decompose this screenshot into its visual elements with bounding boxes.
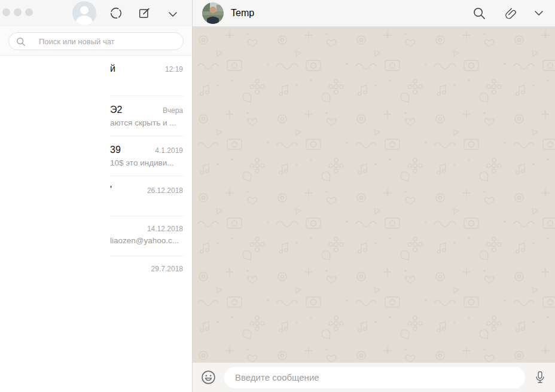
chat-wallpaper (193, 27, 555, 363)
search-icon (473, 7, 486, 20)
search-in-chat-button[interactable] (473, 7, 486, 20)
search-input[interactable] (9, 33, 183, 50)
window-controls (2, 8, 33, 16)
chat-header: Temp (193, 0, 555, 27)
chat-time: 29.7.2018 (151, 265, 183, 273)
chat-time: 14.12.2018 (147, 225, 183, 233)
chat-time: 4.1.2019 (155, 146, 183, 155)
search-section (0, 26, 192, 56)
status-icon (109, 7, 123, 20)
emoji-button[interactable] (201, 370, 216, 385)
chevron-down-icon (535, 11, 543, 16)
new-chat-button[interactable] (137, 6, 151, 20)
minimize-button[interactable] (14, 8, 22, 16)
chat-time: 12:19 (165, 65, 183, 74)
chat-name: Э2 (110, 105, 122, 115)
chat-time: 26.12.2018 (147, 186, 183, 195)
profile-avatar[interactable] (72, 1, 96, 25)
status-button[interactable] (109, 6, 123, 20)
sidebar: й 12:19 Э2 Вчера аются скрыть и ... (0, 0, 193, 392)
chat-list-item[interactable]: 14.12.2018 liaozen@yahoo.c... (0, 216, 192, 256)
paperclip-icon (504, 7, 517, 20)
chat-preview: 10$ это индиви... (110, 158, 183, 167)
composer-bar (193, 363, 555, 392)
chat-list-item[interactable]: 39 4.1.2019 10$ это индиви... (0, 136, 192, 176)
chat-menu-button[interactable] (535, 11, 543, 16)
chat-title: Temp (231, 8, 254, 19)
chat-list-item[interactable]: 29.7.2018 (0, 256, 192, 296)
chat-preview: аются скрыть и ... (110, 118, 183, 127)
chat-list-item[interactable]: Э2 Вчера аются скрыть и ... (0, 96, 192, 136)
person-icon (80, 6, 89, 14)
compose-icon (138, 7, 151, 20)
search-box (8, 32, 184, 50)
smiley-icon (201, 370, 216, 385)
chevron-down-icon (169, 12, 177, 17)
search-icon (16, 37, 26, 47)
chat-name: ' (110, 185, 112, 195)
attach-button[interactable] (504, 7, 517, 20)
chat-time: Вчера (163, 106, 183, 115)
chat-name: 39 (110, 145, 121, 155)
chat-preview: liaozen@yahoo.c... (110, 236, 183, 245)
close-button[interactable] (2, 8, 10, 16)
voice-message-button[interactable] (533, 370, 547, 385)
chat-header-actions (473, 7, 555, 20)
person-icon (76, 16, 93, 25)
contact-photo (202, 2, 224, 24)
chat-panel: Temp (193, 0, 555, 392)
whatsapp-window: й 12:19 Э2 Вчера аются скрыть и ... (0, 0, 555, 392)
doodle-pattern (193, 27, 555, 363)
microphone-icon (533, 370, 547, 385)
chat-list: й 12:19 Э2 Вчера аются скрыть и ... (0, 56, 192, 392)
sidebar-header (0, 0, 192, 26)
message-input[interactable] (224, 367, 525, 388)
zoom-button[interactable] (25, 8, 33, 16)
chat-name: й (110, 63, 115, 74)
sidebar-menu-button[interactable] (166, 7, 180, 22)
contact-avatar[interactable] (202, 2, 224, 24)
chat-list-item[interactable]: й 12:19 (0, 56, 192, 96)
chat-list-item[interactable]: ' 26.12.2018 (0, 176, 192, 216)
